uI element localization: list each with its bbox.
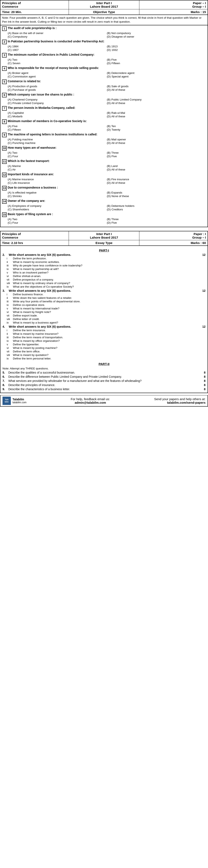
sub-q-roman: iv xyxy=(7,268,13,271)
part2-q-num: 5. xyxy=(2,371,8,374)
sub-q-text: Define the term insurance. xyxy=(13,329,206,332)
mcq-num-13: 13 xyxy=(2,186,7,190)
mcq-option: (B) Delecredere agent xyxy=(107,71,206,75)
mcq-text-2: In Pakistan partnership business is cond… xyxy=(8,40,206,43)
part2-q-marks: 8 xyxy=(204,375,206,378)
header2-col1-row2: Time: 2.10 hrs xyxy=(0,240,69,246)
mcq-question-2: 2In Pakistan partnership business is con… xyxy=(2,40,206,52)
brand-name: Talabilm xyxy=(12,398,26,401)
sub-q-text: Who is an insolvent partner? xyxy=(13,271,206,274)
mcq-option: (A) Folding machine xyxy=(8,138,107,141)
sub-q-roman: ii xyxy=(7,296,13,300)
footer-logo: Talabilm Talabilm talabilm.com xyxy=(2,397,26,405)
mcq-option: (B) Five xyxy=(107,58,206,61)
mcq-question-12: 12Important kinds of insurance are:(A) M… xyxy=(2,173,206,185)
mcq-text-4: Who is responsible for the receipt of mo… xyxy=(8,66,206,69)
mcq-options-10: (A) Two(B) Three(C) Four(D) Five xyxy=(8,151,206,158)
header-col3-row1: Paper – I Group – I xyxy=(139,0,208,9)
mcq-question-1: 1The audit of sole proprietorship is :(A… xyxy=(2,26,206,38)
sub-q-roman: ix xyxy=(7,357,13,360)
mcq-option: (B) Rab-ul-Mal xyxy=(107,111,206,115)
part2-questions: 5.Describe the qualities of a successful… xyxy=(2,371,206,391)
footer-send-url: talabilm.com/send-papers xyxy=(154,401,206,404)
part2-q-num: 8. xyxy=(2,383,8,386)
mcq-option: (D) All of these xyxy=(107,141,206,145)
mcq-text-13: Due to correspondence a business : xyxy=(8,186,206,189)
sub-q-roman: iv xyxy=(7,339,13,342)
mcq-option: (C) 1907 xyxy=(8,48,107,52)
sub-q-text: Define co-operative store. xyxy=(13,303,206,307)
mcq-num-6: 6 xyxy=(2,93,7,97)
part2-q-text: Describe the characteristics of a busine… xyxy=(8,388,202,391)
mcq-text-15: Basic types of filing system are : xyxy=(8,212,206,216)
footer-send: Send your papers and help others at: tal… xyxy=(154,397,206,404)
sub-question: ivDefine co-operative store. xyxy=(7,303,206,307)
mcq-num-4: 4 xyxy=(2,66,7,71)
mcq-option: (C) Shareholders xyxy=(8,208,107,211)
mcq-num-10: 10 xyxy=(2,146,7,151)
mcq-option: (B) Expands xyxy=(107,191,206,194)
header2-col2-row2: Essay Type xyxy=(69,240,139,246)
mcq-num-3: 3 xyxy=(2,53,7,58)
mcq-option: (D) None of these xyxy=(107,194,206,198)
header-col3-row2: Marks : 15 xyxy=(139,9,208,15)
q3-subquestions: iDefine business finance.iiWrite down th… xyxy=(7,293,206,324)
footer-email: admin@talabilm.com xyxy=(71,401,110,404)
sub-question: viiiDefine letter of credit. xyxy=(7,317,206,321)
sub-q-roman: vi xyxy=(7,275,13,278)
header-table-2: Principles of Commerce Inter Part I Laho… xyxy=(0,231,208,246)
mcq-option: (D) Creditors xyxy=(107,208,206,211)
sub-q-text: Define the term personal letter. xyxy=(13,357,206,360)
sub-question: iiWhat is meant by marine insurance? xyxy=(7,332,206,335)
sub-q-text: Define prospectus of a company. xyxy=(13,278,206,281)
sub-question: viWhat is meant by freight note? xyxy=(7,310,206,314)
mcq-num-12: 12 xyxy=(2,173,7,177)
sub-q-roman: viii xyxy=(7,282,13,285)
sub-question: iDefine business finance. xyxy=(7,293,206,296)
mcq-option: (C) Shrinks xyxy=(8,194,107,198)
sub-q-roman: v xyxy=(7,271,13,274)
sub-question: vWhat is meant by international trade? xyxy=(7,307,206,310)
sub-q-text: What is meant by ordinary share of compa… xyxy=(13,282,206,285)
sub-question: ixWhat are the objectives of Co-operativ… xyxy=(7,285,206,288)
sub-q-text: Define shirkat-ul-anan. xyxy=(13,275,206,278)
mcq-num-7: 7 xyxy=(2,106,7,111)
mcq-option: (C) Private Limited Company xyxy=(8,101,107,105)
mcq-option: (A) Five xyxy=(8,124,107,128)
mcq-option: (D) All of these xyxy=(107,115,206,118)
sub-q-text: Define letter of credit. xyxy=(13,317,206,321)
mcq-question-15: 15Basic types of filing system are :(A) … xyxy=(2,212,206,224)
mcq-option: (D) Twenty xyxy=(107,128,206,131)
mcq-num-15: 15 xyxy=(2,212,7,217)
mcq-option: (B) Debenture holders xyxy=(107,204,206,208)
q4-block: 4. Write short answers to any SIX (6) qu… xyxy=(2,325,206,360)
part2-q-text: Describe the difference between Public L… xyxy=(8,375,202,378)
mcq-option: (D) All of these xyxy=(107,168,206,171)
mcq-text-9: The machine of opening letters in busine… xyxy=(8,133,206,136)
mcq-text-5: Commerce is related to: xyxy=(8,80,206,83)
mcq-text-6: Which company can issue the shares to pu… xyxy=(8,93,206,96)
part2-question: 8.Describe the principles of insurance.8 xyxy=(2,383,206,386)
note-text: Note: Four possible answers A, B, C and … xyxy=(2,16,202,23)
mcq-option: (C) Purchase of goods xyxy=(8,88,107,92)
sub-q-text: What is meant by marine insurance? xyxy=(13,332,206,335)
mcq-options-4: (A) Broker agent(B) Delecredere agent(C)… xyxy=(8,71,206,78)
sub-q-roman: vi xyxy=(7,346,13,349)
mcq-option: (C) Seven xyxy=(8,61,107,65)
part2-heading: PART-II xyxy=(2,362,206,366)
sub-q-text: What is meant by office organization? xyxy=(13,339,206,342)
mcq-option: (A) Two xyxy=(8,58,107,61)
mcq-option: (A) Base on the will of owner xyxy=(8,31,107,35)
mcq-option: (A) Two xyxy=(8,217,107,221)
sub-q-roman: ii xyxy=(7,260,13,264)
sub-question: vWho is an insolvent partner? xyxy=(7,271,206,274)
mcq-text-3: The minimum number of Directors in Publi… xyxy=(8,53,206,56)
mcq-text-14: Owner of the company are: xyxy=(8,199,206,203)
mcq-text-12: Important kinds of insurance are: xyxy=(8,173,206,176)
mcq-num-5: 5 xyxy=(2,80,7,84)
mcq-option: (A) Broker agent xyxy=(8,71,107,75)
header-col2-row1: Inter Part I Lahore Board 2017 xyxy=(69,0,139,9)
sub-question: ivWhat is meant by partnership at will? xyxy=(7,268,206,271)
sub-question: viiDefine the term office. xyxy=(7,350,206,353)
header-table-1: Principles of Commerce Inter Part I Laho… xyxy=(0,0,208,15)
